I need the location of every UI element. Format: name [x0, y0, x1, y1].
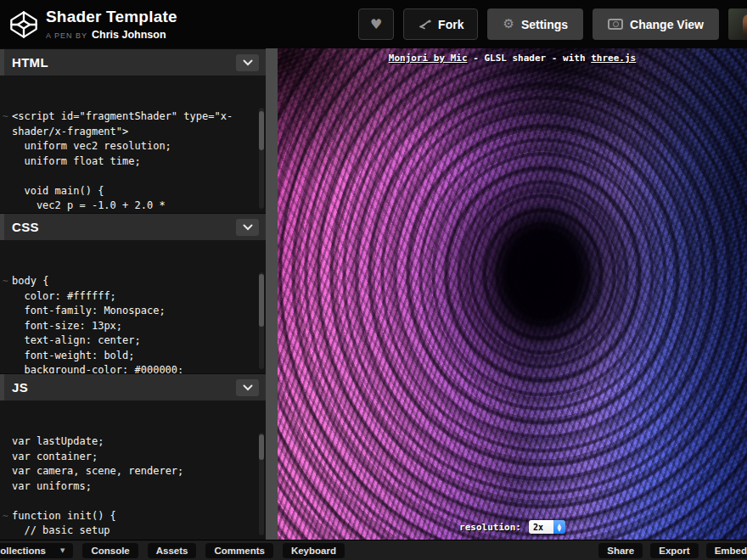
- collapse-html-button[interactable]: [236, 54, 259, 71]
- footer-bar: Collections▼ConsoleAssetsCommentsKeyboar…: [0, 540, 747, 560]
- shader-canvas: [278, 48, 747, 540]
- chevron-down-icon: [243, 224, 253, 231]
- code-line: var lastUpdate;: [3, 434, 266, 450]
- assets-button[interactable]: Assets: [148, 543, 197, 558]
- header-bar: Shader Template A Pen By Chris Johnson ♥…: [0, 0, 747, 48]
- resolution-row: resolution: 2x ▲ ▼: [278, 520, 747, 534]
- settings-label: Settings: [521, 18, 568, 31]
- collections-button[interactable]: Collections▼: [0, 543, 73, 558]
- scrollbar-thumb[interactable]: [259, 434, 264, 460]
- code-area-css[interactable]: ~body { color: #ffffff; font-family: Mon…: [0, 240, 266, 373]
- scrollbar-thumb[interactable]: [259, 111, 264, 150]
- page-title: Shader Template: [46, 8, 177, 26]
- code-line: background-color: #000000;: [3, 363, 266, 373]
- change-view-button[interactable]: Change View: [593, 8, 719, 40]
- code-line: var camera, scene, renderer;: [3, 464, 266, 479]
- chevron-down-icon: [243, 59, 253, 66]
- resolution-select[interactable]: 2x ▲ ▼: [529, 520, 565, 534]
- share-button[interactable]: Share: [598, 543, 643, 558]
- fold-marker: ~: [3, 509, 12, 524]
- panel-resize-divider[interactable]: [266, 48, 278, 540]
- scrollbar-thumb[interactable]: [259, 274, 264, 327]
- embed-button[interactable]: Embed: [706, 543, 747, 558]
- collapse-css-button[interactable]: [236, 219, 259, 236]
- fork-button[interactable]: Fork: [403, 8, 478, 40]
- code-area-html[interactable]: ~<script id="fragmentShader" type="x- sh…: [0, 76, 266, 213]
- keyboard-button[interactable]: Keyboard: [283, 543, 345, 558]
- author-link[interactable]: Chris Johnson: [92, 29, 166, 41]
- chevron-down-icon: [243, 384, 253, 391]
- code-line: var uniforms;: [3, 479, 266, 495]
- fold-marker: [3, 434, 12, 450]
- code-line: font-size: 13px;: [3, 319, 266, 334]
- header-accent: [0, 214, 4, 240]
- fold-marker: [3, 169, 12, 184]
- fold-marker: [3, 349, 12, 364]
- resolution-value: 2x: [529, 520, 553, 534]
- fold-marker: [3, 363, 12, 373]
- comments-label: Comments: [214, 546, 264, 556]
- codepen-logo-icon[interactable]: [10, 11, 37, 38]
- fold-marker: [3, 524, 12, 539]
- editor-column: HTML ~<script id="fragmentShader" type="…: [0, 48, 266, 540]
- settings-button[interactable]: ⚙ Settings: [487, 8, 583, 40]
- editor-panel-js: JS var lastUpdate; var container; var ca…: [0, 373, 266, 540]
- view-icon: [608, 19, 623, 30]
- code-line: ~<script id="fragmentShader" type="x-: [3, 109, 266, 125]
- fold-marker: [3, 333, 12, 349]
- editor-label-js: JS: [12, 380, 28, 395]
- user-avatar[interactable]: [728, 8, 747, 40]
- code-line: // basic setup: [3, 524, 266, 539]
- code-area-js[interactable]: var lastUpdate; var container; var camer…: [0, 400, 266, 540]
- love-button[interactable]: ♥: [358, 8, 394, 40]
- editor-panel-html: HTML ~<script id="fragmentShader" type="…: [0, 48, 266, 213]
- preview-pane: Monjori by Mic - GLSL shader - with thre…: [278, 48, 747, 540]
- export-button[interactable]: Export: [650, 543, 698, 558]
- code-line: container = document.getElementById(: [3, 539, 266, 540]
- code-line: [3, 494, 266, 509]
- preview-title-text: - GLSL shader - with: [468, 53, 592, 64]
- editor-header-html: HTML: [0, 48, 266, 76]
- change-view-label: Change View: [630, 18, 704, 31]
- embed-label: Embed: [715, 546, 747, 556]
- byline: A Pen By Chris Johnson: [46, 29, 177, 41]
- main-area: HTML ~<script id="fragmentShader" type="…: [0, 48, 747, 540]
- resolution-label: resolution:: [459, 522, 521, 533]
- fold-marker: [3, 139, 12, 154]
- code-line: var container;: [3, 450, 266, 465]
- monjori-link[interactable]: Monjori by Mic: [389, 53, 468, 64]
- fold-marker: [3, 125, 12, 140]
- fork-icon: [418, 18, 431, 31]
- codepen-app: Shader Template A Pen By Chris Johnson ♥…: [0, 0, 747, 560]
- fork-label: Fork: [438, 18, 463, 31]
- code-line: color: #ffffff;: [3, 289, 266, 305]
- fold-marker: [3, 464, 12, 479]
- fold-marker: ~: [3, 109, 12, 125]
- threejs-link[interactable]: three.js: [591, 53, 636, 64]
- console-button[interactable]: Console: [82, 543, 138, 558]
- code-line: font-weight: bold;: [3, 349, 266, 364]
- collections-label: Collections: [0, 546, 46, 556]
- fold-marker: [3, 494, 12, 509]
- footer-right: ShareExportEmbed: [591, 543, 737, 558]
- console-label: Console: [91, 546, 129, 556]
- share-label: Share: [607, 546, 634, 556]
- editor-label-html: HTML: [12, 55, 48, 70]
- footer-left: Collections▼ConsoleAssetsCommentsKeyboar…: [10, 543, 354, 558]
- comments-button[interactable]: Comments: [205, 543, 272, 558]
- fold-marker: [3, 199, 12, 213]
- code-line: [3, 169, 266, 184]
- code-line: ~function init() {: [3, 509, 266, 524]
- fold-marker: [3, 450, 12, 465]
- header-accent: [0, 49, 4, 76]
- fold-marker: [3, 479, 12, 495]
- code-line: font-family: Monospace;: [3, 304, 266, 319]
- export-label: Export: [659, 546, 689, 556]
- fold-marker: [3, 184, 12, 199]
- collapse-js-button[interactable]: [236, 379, 259, 396]
- title-block: Shader Template A Pen By Chris Johnson: [46, 8, 177, 41]
- heart-icon: ♥: [370, 18, 382, 31]
- byline-prefix: A Pen By: [46, 31, 87, 40]
- fold-marker: ~: [3, 274, 12, 289]
- editor-header-js: JS: [0, 373, 266, 400]
